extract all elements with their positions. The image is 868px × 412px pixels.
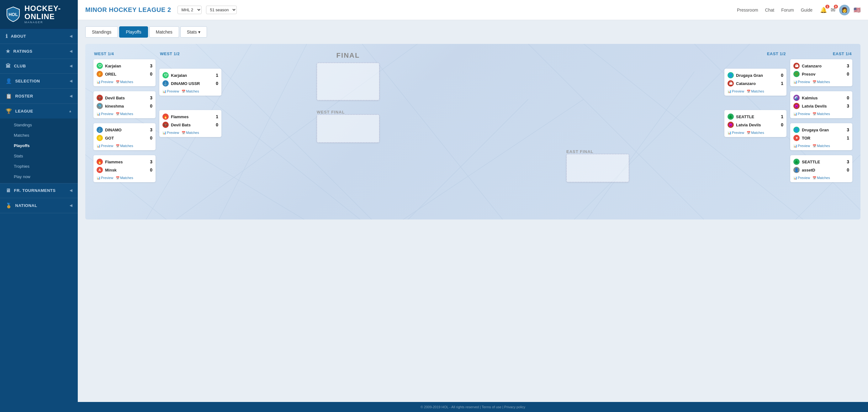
preview-link[interactable]: 📊 Preview xyxy=(97,144,113,148)
team-row-1: 🏔 Catanzaro 3 xyxy=(794,62,849,70)
flag-icon[interactable]: 🇺🇸 xyxy=(854,7,861,13)
preview-link[interactable]: 📊 Preview xyxy=(162,131,179,134)
matches-link[interactable]: 📅 Matches xyxy=(116,144,133,148)
sidebar-item-roster[interactable]: 📋 ROSTER ◀ xyxy=(0,89,78,103)
season-selector[interactable]: 51 season xyxy=(206,6,237,14)
matches-link[interactable]: 📅 Matches xyxy=(812,144,830,148)
sidebar-label-league: LEAGUE xyxy=(16,109,33,114)
sidebar-item-fr-tournaments[interactable]: 🖥 FR. TOURNAMENTS ◀ xyxy=(0,183,78,198)
preview-link[interactable]: 📊 Preview xyxy=(97,176,113,180)
match-links: 📊 Preview 📅 Matches xyxy=(794,112,849,116)
preview-link[interactable]: 📊 Preview xyxy=(97,80,113,84)
sidebar-item-ratings[interactable]: ★ RATINGS ◀ xyxy=(0,44,78,59)
col-west14: WEST 1/4 🛡 Karjalan 3 ⚡ OREL 0 📊 Preview… xyxy=(92,52,157,187)
team-icon-2: A xyxy=(97,167,103,173)
sidebar-item-about[interactable]: ℹ ABOUT ◀ xyxy=(0,29,78,43)
notification-bell[interactable]: 🔔1 xyxy=(820,7,827,13)
tab-stats[interactable]: Stats ▾ xyxy=(180,26,207,38)
team-row-2: 🐬 kineshma 0 xyxy=(97,102,152,110)
tab-playoffs[interactable]: Playoffs xyxy=(119,26,148,38)
matches-link[interactable]: 📅 Matches xyxy=(812,112,830,116)
team-score-2: 0 xyxy=(150,135,152,140)
club-icon: 🏛 xyxy=(6,63,11,69)
preview-link[interactable]: 📊 Preview xyxy=(162,89,179,93)
sidebar-item-national[interactable]: 🏅 NATIONAL ◀ xyxy=(0,198,78,213)
team-name-1: SEATTLE xyxy=(802,160,820,164)
sidebar-sub-item-play-now[interactable]: Play now xyxy=(0,171,78,182)
chevron-icon-about: ◀ xyxy=(70,34,72,38)
matches-link[interactable]: 📅 Matches xyxy=(182,89,199,93)
sidebar-sub-item-stats[interactable]: Stats xyxy=(0,151,78,161)
match-links: 📊 Preview 📅 Matches xyxy=(97,144,152,148)
team-name-2: kineshma xyxy=(105,104,124,108)
col-final-west: FINALWEST FINAL xyxy=(223,52,473,187)
team-icon-2: 😈 xyxy=(727,122,734,128)
matches-link[interactable]: 📅 Matches xyxy=(116,80,133,84)
pressroom-link[interactable]: Pressroom xyxy=(737,7,758,12)
content-area: StandingsPlayoffsMatchesStats ▾ xyxy=(78,20,868,402)
team-icon-1: 🌲 xyxy=(794,159,800,165)
avatar[interactable]: 👩 xyxy=(839,5,850,15)
team-score-2: 0 xyxy=(847,167,849,172)
sidebar-label-national: NATIONAL xyxy=(16,203,37,208)
sidebar-sub-item-standings[interactable]: Standings xyxy=(0,120,78,130)
matches-link[interactable]: 📅 Matches xyxy=(812,176,830,180)
team-score-1: 3 xyxy=(847,159,849,164)
sidebar-sub-item-playoffs[interactable]: Playoffs xyxy=(0,140,78,151)
preview-link[interactable]: 📊 Preview xyxy=(794,144,810,148)
team-name-2: assetD xyxy=(802,168,815,172)
team-icon-1: 🔥 xyxy=(162,114,169,120)
team-icon-2: 🌿 xyxy=(794,71,800,77)
tab-matches[interactable]: Matches xyxy=(149,26,179,38)
preview-link[interactable]: 📊 Preview xyxy=(794,176,810,180)
sidebar-label-club: CLUB xyxy=(14,64,26,68)
team-score-2: 0 xyxy=(781,122,783,127)
preview-link[interactable]: 📊 Preview xyxy=(794,112,810,116)
team-name-2: Presov xyxy=(802,72,815,76)
team-score-1: 0 xyxy=(847,95,849,100)
team-score-1: 1 xyxy=(216,114,218,119)
match-card: 🌀 Drugaya Gran 0 🏔 Catanzaro 1 📊 Preview… xyxy=(724,69,786,96)
preview-link[interactable]: 📊 Preview xyxy=(794,80,810,84)
matches-link[interactable]: 📅 Matches xyxy=(182,131,199,134)
matches-link[interactable]: 📅 Matches xyxy=(116,176,133,180)
preview-link[interactable]: 📊 Preview xyxy=(97,112,113,116)
match-card: 🌀 Drugaya Gran 3 ✦ TOR 1 📊 Preview 📅 Mat… xyxy=(790,123,852,150)
league-selector[interactable]: MHL 2 xyxy=(178,6,202,14)
sidebar-sub-item-trophies[interactable]: Trophies xyxy=(0,161,78,171)
logo-shield-icon: HOL xyxy=(5,6,21,22)
match-card: 🌊 Kalmius 0 😈 Latvia Devils 3 📊 Preview … xyxy=(790,91,852,118)
sidebar-sub-item-matches[interactable]: Matches xyxy=(0,130,78,140)
west-final-label: WEST FINAL xyxy=(317,110,379,115)
chat-link[interactable]: Chat xyxy=(765,7,775,12)
messages-icon[interactable]: ✉8 xyxy=(831,7,835,13)
sidebar-item-league[interactable]: 🏆 LEAGUE ▲ xyxy=(0,104,78,119)
team-name-1: Kalmius xyxy=(802,96,818,100)
about-icon: ℹ xyxy=(6,33,8,39)
team-row-1: 🌲 SEATTLE 3 xyxy=(794,158,849,166)
matches-link[interactable]: 📅 Matches xyxy=(747,89,764,93)
team-name-1: Drugaya Gran xyxy=(736,73,763,78)
chevron-icon-roster: ◀ xyxy=(70,94,72,98)
team-icon-2: ⭐ xyxy=(97,135,103,141)
team-score-2: 0 xyxy=(216,122,218,127)
match-links: 📊 Preview 📅 Matches xyxy=(727,131,783,134)
team-icon-1: 🌲 xyxy=(727,114,734,120)
sidebar-item-club[interactable]: 🏛 CLUB ◀ xyxy=(0,59,78,73)
forum-link[interactable]: Forum xyxy=(781,7,794,12)
preview-link[interactable]: 📊 Preview xyxy=(727,131,744,134)
national-icon: 🏅 xyxy=(6,202,12,209)
matches-link[interactable]: 📅 Matches xyxy=(747,131,764,134)
team-name-1: SEATTLE xyxy=(736,115,754,119)
tab-standings[interactable]: Standings xyxy=(85,26,118,38)
team-icon-1: 🔥 xyxy=(97,159,103,165)
team-icon-2: 👤 xyxy=(794,167,800,173)
league-title: MINOR HOCKEY LEAGUE 2 xyxy=(85,6,171,13)
guide-link[interactable]: Guide xyxy=(801,7,812,12)
preview-link[interactable]: 📊 Preview xyxy=(727,89,744,93)
match-card: 🛡 Karjalan 1 ⚓ DINAMO USSR 0 📊 Preview 📅… xyxy=(159,69,221,96)
matches-link[interactable]: 📅 Matches xyxy=(812,80,830,84)
team-icon-1: 🌀 xyxy=(794,127,800,133)
sidebar-item-selection[interactable]: 👤 SELECTION ◀ xyxy=(0,74,78,88)
matches-link[interactable]: 📅 Matches xyxy=(116,112,133,116)
